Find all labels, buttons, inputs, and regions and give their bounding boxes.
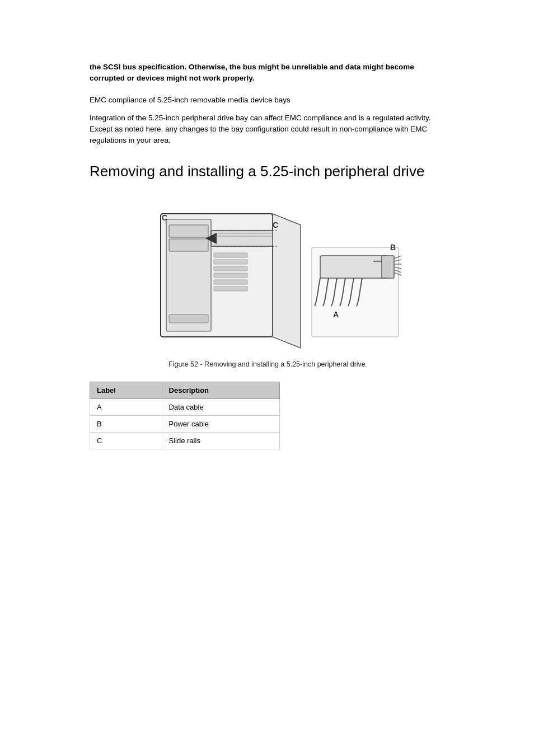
parts-table: Label Description A Data cable B Power c…: [90, 382, 280, 449]
svg-rect-37: [382, 256, 394, 278]
svg-text:A: A: [333, 310, 339, 319]
emc-body: Integration of the 5.25-inch peripheral …: [90, 112, 444, 147]
svg-rect-27: [214, 253, 247, 257]
table-cell-label-c: C: [90, 433, 162, 449]
svg-rect-31: [214, 280, 247, 284]
svg-rect-30: [214, 273, 247, 278]
table-row: A Data cable: [90, 399, 280, 416]
table-cell-desc-a: Data cable: [162, 399, 279, 416]
section-heading: Removing and installing a 5.25-inch peri…: [90, 162, 444, 181]
emc-heading: EMC compliance of 5.25-inch removable me…: [90, 95, 444, 106]
svg-rect-20: [169, 225, 208, 237]
svg-rect-36: [320, 256, 387, 278]
svg-text:C: C: [273, 220, 278, 229]
svg-rect-22: [211, 231, 278, 246]
figure-caption: Figure 52 - Removing and installing a 5.…: [90, 360, 444, 368]
table-row: B Power cable: [90, 416, 280, 433]
table-cell-desc-b: Power cable: [162, 416, 279, 433]
table-header-label: Label: [90, 382, 162, 399]
figure-illustration: C C: [90, 197, 444, 354]
table-cell-desc-c: Slide rails: [162, 433, 279, 449]
svg-rect-21: [169, 239, 208, 251]
svg-rect-32: [214, 287, 247, 291]
table-cell-label-a: A: [90, 399, 162, 416]
table-cell-label-b: B: [90, 416, 162, 433]
svg-rect-26: [169, 314, 208, 323]
svg-text:C: C: [162, 213, 167, 222]
table-row: C Slide rails: [90, 433, 280, 449]
intro-text: the SCSI bus specification. Otherwise, t…: [90, 62, 444, 84]
svg-text:B: B: [390, 243, 396, 252]
svg-rect-29: [214, 266, 247, 271]
table-header-description: Description: [162, 382, 279, 399]
svg-rect-28: [214, 260, 247, 264]
